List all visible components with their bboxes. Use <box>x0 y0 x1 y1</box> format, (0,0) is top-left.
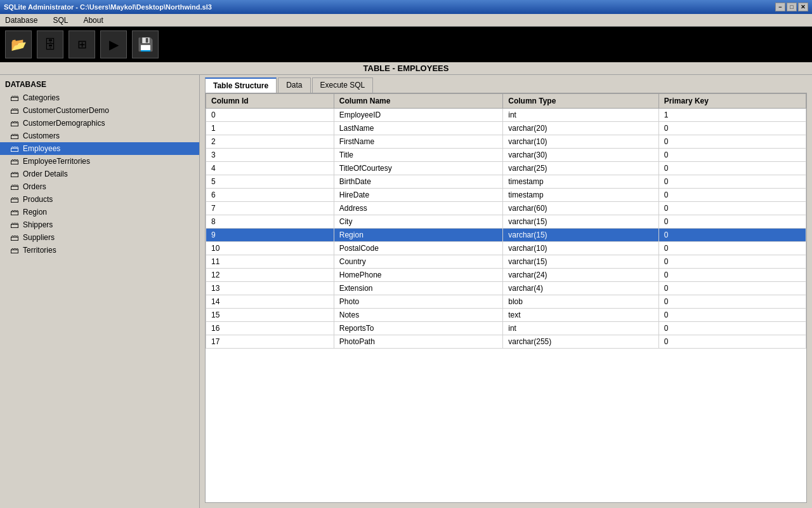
cell-pk: 0 <box>658 255 806 269</box>
menu-bar: Database SQL About <box>0 14 812 27</box>
sidebar-item-label: Customers <box>23 131 60 140</box>
cell-type: varchar(24) <box>503 269 659 282</box>
cell-name: LastName <box>334 122 502 135</box>
window-title: SQLite Administrator - C:\Users\Maykol\D… <box>4 3 212 11</box>
cell-pk: 1 <box>658 109 806 122</box>
sidebar-item-customer-customer-demo[interactable]: 🗃CustomerCustomerDemo <box>0 104 199 117</box>
sidebar-item-orders[interactable]: 🗃Orders <box>0 180 199 193</box>
sidebar-item-territories[interactable]: 🗃Territories <box>0 244 199 257</box>
run-icon: ▶ <box>109 37 119 52</box>
table-row[interactable]: 13 Extension varchar(4) 0 <box>206 282 806 295</box>
open-db-button[interactable]: 📂 <box>5 30 32 58</box>
sidebar-item-label: Territories <box>23 246 56 255</box>
cell-type: varchar(15) <box>503 215 659 229</box>
table-icon: 🗃 <box>10 169 19 179</box>
sidebar-item-categories[interactable]: 🗃Categories <box>0 91 199 104</box>
table-row[interactable]: 10 PostalCode varchar(10) 0 <box>206 242 806 255</box>
tab-table-structure[interactable]: Table Structure <box>205 77 277 93</box>
tabs: Table StructureDataExecute SQL <box>200 75 812 93</box>
table-row[interactable]: 16 ReportsTo int 0 <box>206 322 806 335</box>
query-icon: ⊞ <box>77 37 87 51</box>
cell-type: varchar(60) <box>503 202 659 215</box>
sidebar-item-label: CustomerCustomerDemo <box>23 106 109 115</box>
cell-id: 16 <box>206 322 334 335</box>
table-row[interactable]: 5 BirthDate timestamp 0 <box>206 175 806 189</box>
sidebar-item-customers[interactable]: 🗃Customers <box>0 130 199 142</box>
sidebar-item-shippers[interactable]: 🗃Shippers <box>0 218 199 231</box>
cell-name: Extension <box>334 282 502 295</box>
table-row[interactable]: 14 Photo blob 0 <box>206 295 806 309</box>
cell-id: 5 <box>206 175 334 189</box>
menu-sql[interactable]: SQL <box>50 15 70 26</box>
sidebar-item-suppliers[interactable]: 🗃Suppliers <box>0 231 199 244</box>
cell-name: Photo <box>334 295 502 309</box>
sidebar-item-label: Region <box>23 208 47 217</box>
cell-pk: 0 <box>658 229 806 242</box>
close-button[interactable]: ✕ <box>798 3 808 11</box>
table-row[interactable]: 3 Title varchar(30) 0 <box>206 149 806 162</box>
save-button[interactable]: 💾 <box>132 30 159 58</box>
sidebar-item-employee-territories[interactable]: 🗃EmployeeTerritories <box>0 155 199 168</box>
table-row[interactable]: 4 TitleOfCourtesy varchar(25) 0 <box>206 162 806 175</box>
cell-type: text <box>503 309 659 322</box>
cell-pk: 0 <box>658 135 806 149</box>
cell-type: varchar(30) <box>503 149 659 162</box>
cell-pk: 0 <box>658 322 806 335</box>
table-row[interactable]: 15 Notes text 0 <box>206 309 806 322</box>
table-icon: 🗃 <box>10 93 19 103</box>
cell-pk: 0 <box>658 162 806 175</box>
cell-type: blob <box>503 295 659 309</box>
table-row[interactable]: 0 EmployeeID int 1 <box>206 109 806 122</box>
main-layout: DATABASE 🗃Categories🗃CustomerCustomerDem… <box>0 75 812 508</box>
sidebar-header: DATABASE <box>0 77 199 91</box>
cell-pk: 0 <box>658 295 806 309</box>
tab-data[interactable]: Data <box>278 77 310 93</box>
table-row[interactable]: 9 Region varchar(15) 0 <box>206 229 806 242</box>
cell-name: EmployeeID <box>334 109 502 122</box>
cell-name: HireDate <box>334 189 502 202</box>
sidebar-item-region[interactable]: 🗃Region <box>0 206 199 218</box>
cell-pk: 0 <box>658 202 806 215</box>
cell-name: ReportsTo <box>334 322 502 335</box>
table-icon: 🗃 <box>10 245 19 255</box>
menu-database[interactable]: Database <box>3 15 40 26</box>
tab-execute-sql[interactable]: Execute SQL <box>312 77 374 93</box>
structure-table: Column Id Column Name Column Type Primar… <box>206 93 806 349</box>
sidebar-item-label: Products <box>23 195 53 204</box>
sidebar-item-order-details[interactable]: 🗃Order Details <box>0 168 199 180</box>
table-row[interactable]: 6 HireDate timestamp 0 <box>206 189 806 202</box>
title-bar: SQLite Administrator - C:\Users\Maykol\D… <box>0 0 812 14</box>
cell-name: Notes <box>334 309 502 322</box>
cell-id: 12 <box>206 269 334 282</box>
restore-button[interactable]: □ <box>787 3 797 11</box>
table-icon: 🗃 <box>10 144 19 154</box>
table-row[interactable]: 11 Country varchar(15) 0 <box>206 255 806 269</box>
menu-about[interactable]: About <box>81 15 105 26</box>
table-row[interactable]: 2 FirstName varchar(10) 0 <box>206 135 806 149</box>
cell-pk: 0 <box>658 309 806 322</box>
table-row[interactable]: 1 LastName varchar(20) 0 <box>206 122 806 135</box>
table-row[interactable]: 17 PhotoPath varchar(255) 0 <box>206 335 806 349</box>
table-row[interactable]: 12 HomePhone varchar(24) 0 <box>206 269 806 282</box>
cell-name: HomePhone <box>334 269 502 282</box>
sidebar-item-label: Orders <box>23 182 46 191</box>
cell-id: 0 <box>206 109 334 122</box>
query-button[interactable]: ⊞ <box>69 30 95 58</box>
cell-name: BirthDate <box>334 175 502 189</box>
sidebar-item-employees[interactable]: 🗃Employees <box>0 142 199 155</box>
col-id-header: Column Id <box>206 94 334 109</box>
table-title: TABLE - EMPLOYEES <box>0 62 812 75</box>
run-button[interactable]: ▶ <box>100 30 127 58</box>
table-button[interactable]: 🗄 <box>37 30 63 58</box>
cell-pk: 0 <box>658 269 806 282</box>
sidebar-item-products[interactable]: 🗃Products <box>0 193 199 206</box>
minimize-button[interactable]: − <box>775 3 785 11</box>
cell-id: 8 <box>206 215 334 229</box>
table-row[interactable]: 7 Address varchar(60) 0 <box>206 202 806 215</box>
table-header: Column Id Column Name Column Type Primar… <box>206 94 806 109</box>
sidebar-item-customer-demographics[interactable]: 🗃CustomerDemographics <box>0 117 199 130</box>
table-row[interactable]: 8 City varchar(15) 0 <box>206 215 806 229</box>
cell-id: 3 <box>206 149 334 162</box>
cell-pk: 0 <box>658 215 806 229</box>
sidebar-item-label: Shippers <box>23 220 53 229</box>
